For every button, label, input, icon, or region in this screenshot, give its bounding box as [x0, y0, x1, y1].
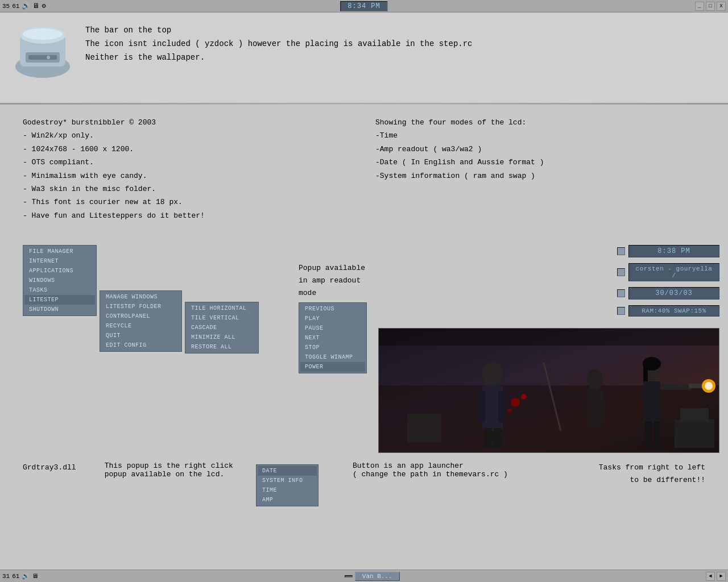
info-line0: - Win2k/xp only.	[23, 129, 353, 142]
settings-icon[interactable]: ⚙	[42, 2, 46, 10]
bottom-section: Grdtray3.dll This popup is the right cli…	[23, 462, 705, 506]
lcd-checkbox-amp[interactable]	[617, 268, 625, 276]
lcd-checkbox-sysinfo[interactable]	[617, 307, 625, 315]
sub2-item-cascade[interactable]: CASCADE	[187, 323, 257, 332]
menu-item-internet[interactable]: INTERNET	[24, 256, 95, 266]
lcd-checkbox-date[interactable]	[617, 289, 625, 297]
bottom-left: Grdtray3.dll	[23, 462, 76, 474]
amp-item-next[interactable]: NEXT	[300, 333, 365, 343]
lcd-widgets-area: 8:38 PM corsten - gouryella / 30/03/03 R…	[378, 245, 719, 453]
date-item-time[interactable]: TIME	[258, 485, 317, 495]
amp-item-stop[interactable]: STOP	[300, 343, 365, 352]
date-item-sysinfo[interactable]: SYSTEM INFO	[258, 476, 317, 485]
submenu-item-control[interactable]: CONTROLPANEL	[101, 311, 180, 321]
svg-rect-14	[494, 428, 502, 448]
menu-item-tasks[interactable]: TASKS	[24, 285, 95, 295]
taskbar-top-right[interactable]: _ □ X	[695, 2, 726, 11]
info-title: Godestroy* burstnibbler © 2003	[23, 116, 353, 129]
lcd-row-time: 8:38 PM	[617, 245, 719, 257]
amp-popup[interactable]: PREVIOUS PLAY PAUSE NEXT STOP TOGGLE WIN…	[299, 302, 367, 373]
amp-item-pause[interactable]: PAUSE	[300, 323, 365, 333]
header-line1: The bar on the top	[85, 24, 473, 38]
popup-label: Popup available in amp readout mode	[299, 262, 367, 300]
menu-item-windows[interactable]: WINDOWS	[24, 276, 95, 285]
header-line2: The icon isnt included ( yzdock ) howeve…	[85, 38, 473, 51]
menus-area: FILE MANAGER INTERNET APPLICATIONS WINDO…	[23, 239, 259, 354]
info-line2: - OTS compliant.	[23, 156, 353, 169]
svg-point-16	[521, 394, 527, 400]
bottom-right: Tasks from right to left to be different…	[599, 462, 705, 487]
prev-btn[interactable]: ◄	[706, 572, 715, 581]
minimize-btn[interactable]: _	[695, 2, 704, 11]
date-item-date[interactable]: DATE	[258, 466, 317, 476]
next-btn[interactable]: ►	[717, 572, 726, 581]
submenu-item-folder[interactable]: LITESTEP FOLDER	[101, 302, 180, 311]
network-bottom-icon[interactable]: 🖥	[32, 572, 38, 580]
submenu-item-manage[interactable]: MANAGE WINDOWS	[101, 292, 180, 302]
amp-item-prev[interactable]: PREVIOUS	[300, 304, 365, 314]
info-line6: - Have fun and Litesteppers do it better…	[23, 209, 353, 222]
svg-rect-12	[498, 391, 505, 422]
popup-desc-line2: popup available on the lcd.	[105, 470, 233, 479]
taskbar-top: 35 61 🔊 🖥 ⚙ 8:34 PM _ □ X	[0, 0, 728, 13]
taskbar-bottom-num1: 31	[2, 573, 10, 580]
taskbar-clock-area: 8:34 PM	[340, 1, 387, 11]
main-content: Godestroy* burstnibbler © 2003 - Win2k/x…	[0, 105, 728, 582]
info-line4: - Wa3 skin in the misc folder.	[23, 182, 353, 196]
popup-desc: This popup is the right click popup avai…	[105, 462, 233, 479]
taskbar-num2: 61	[12, 3, 19, 10]
lcd-sysinfo-display: RAM:40% SWAP:15%	[628, 305, 719, 317]
info-line3: - Minimalism with eye candy.	[23, 169, 353, 182]
info-line1: - 1024x768 - 1600 x 1200.	[23, 143, 353, 156]
date-popup-area: DATE SYSTEM INFO TIME AMP	[256, 462, 318, 506]
info-left: Godestroy* burstnibbler © 2003 - Win2k/x…	[23, 116, 353, 222]
menu-item-applications[interactable]: APPLICATIONS	[24, 266, 95, 276]
lcd-amp-display: corsten - gouryella /	[628, 263, 719, 281]
lcd-time-display: 8:38 PM	[628, 245, 719, 257]
sub2-item-restall[interactable]: RESTORE ALL	[187, 342, 257, 352]
sub2-item-minall[interactable]: MINIMIZE ALL	[187, 332, 257, 342]
info-right-line3: -System information ( ram and swap )	[375, 169, 705, 182]
close-btn[interactable]: X	[717, 2, 726, 11]
submenu-item-recycle[interactable]: RECYCLE	[101, 321, 180, 331]
info-right-line2: -Date ( In English and Aussie format )	[375, 156, 705, 169]
svg-rect-27	[645, 421, 652, 447]
svg-rect-31	[379, 329, 719, 346]
taskbar-bottom-num2: 61	[12, 573, 19, 580]
amp-item-power[interactable]: POWER	[300, 362, 365, 372]
menus-row: FILE MANAGER INTERNET APPLICATIONS WINDO…	[23, 245, 259, 354]
main-menu-popup[interactable]: FILE MANAGER INTERNET APPLICATIONS WINDO…	[23, 245, 97, 316]
speaker-bottom-icon[interactable]: 🔊	[22, 572, 30, 580]
sub2-item-tilev[interactable]: TILE VERTICAL	[187, 313, 257, 323]
header-section: The bar on the top The icon isnt include…	[0, 13, 728, 103]
taskbar-window-button[interactable]: Van B...	[355, 572, 400, 581]
lcd-checkbox-time[interactable]	[617, 247, 625, 255]
taskbar-bottom: 31 61 🔊 🖥 Van B... ◄ ►	[0, 569, 728, 582]
amp-area: Popup available in amp readout mode PREV…	[287, 251, 367, 373]
lcd-row-sysinfo: RAM:40% SWAP:15%	[617, 305, 719, 317]
info-right-title: Showing the four modes of the lcd:	[375, 116, 705, 129]
lcd-row-amp: corsten - gouryella /	[617, 263, 719, 281]
date-popup[interactable]: DATE SYSTEM INFO TIME AMP	[256, 464, 318, 506]
taskbar-bottom-right[interactable]: ◄ ►	[706, 572, 726, 581]
amp-item-toggle[interactable]: TOGGLE WINAMP	[300, 352, 365, 362]
svg-rect-30	[588, 389, 603, 426]
menu-item-litestep[interactable]: LITESTEP	[24, 295, 95, 305]
svg-point-26	[705, 382, 713, 390]
network-icon[interactable]: 🖥	[32, 2, 39, 10]
sub-menu-popup[interactable]: MANAGE WINDOWS LITESTEP FOLDER CONTROLPA…	[100, 290, 182, 352]
taskbar-window-area: Van B...	[345, 572, 400, 581]
speaker-icon[interactable]: 🔊	[22, 2, 30, 10]
submenu-item-edit[interactable]: EDIT CONFIG	[101, 340, 180, 350]
amp-item-play[interactable]: PLAY	[300, 314, 365, 323]
info-line5: - This font is courier new at 18 px.	[23, 196, 353, 209]
sub2-menu-popup[interactable]: TILE HORIZONTAL TILE VERTICAL CASCADE MI…	[185, 302, 259, 354]
maximize-btn[interactable]: □	[706, 2, 715, 11]
submenu-item-quit[interactable]: QUIT	[101, 331, 180, 340]
date-item-amp[interactable]: AMP	[258, 495, 317, 505]
svg-point-17	[507, 409, 512, 413]
menu-item-filemanager[interactable]: FILE MANAGER	[24, 247, 95, 256]
menu-item-shutdown[interactable]: SHUTDOWN	[24, 305, 95, 314]
sub2-item-tileh[interactable]: TILE HORIZONTAL	[187, 304, 257, 313]
info-right-line0: -Time	[375, 129, 705, 142]
